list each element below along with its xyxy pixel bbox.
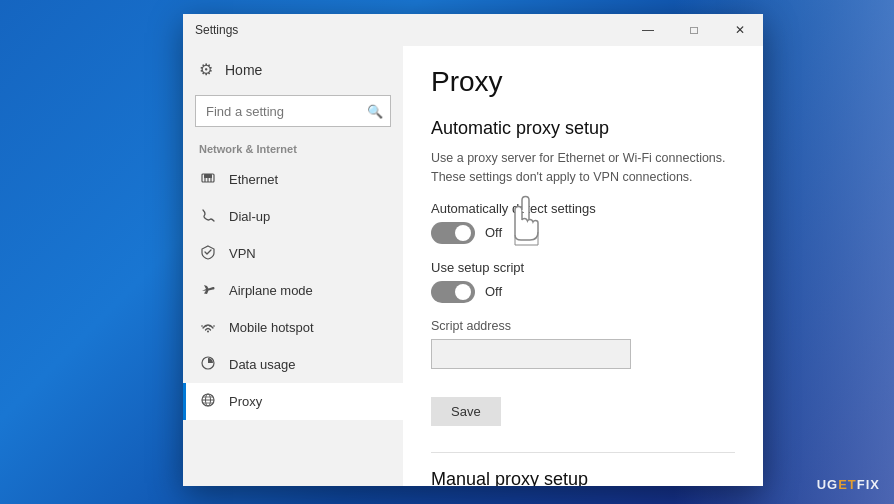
dialup-icon	[199, 207, 217, 226]
detect-settings-toggle[interactable]	[431, 222, 475, 244]
settings-window: Settings — □ ✕ ⚙ Home 🔍 Network & Intern…	[183, 14, 763, 486]
sidebar: ⚙ Home 🔍 Network & Internet	[183, 46, 403, 486]
home-icon: ⚙	[199, 60, 213, 79]
sidebar-item-proxy[interactable]: Proxy	[183, 383, 403, 420]
sidebar-item-airplane-label: Airplane mode	[229, 283, 313, 298]
detect-settings-label: Automatically detect settings	[431, 201, 735, 216]
page-title: Proxy	[431, 66, 735, 98]
script-address-row: Script address	[431, 319, 735, 381]
airplane-icon	[199, 281, 217, 300]
manual-proxy-section-title: Manual proxy setup	[431, 469, 735, 487]
search-box: 🔍	[195, 95, 391, 127]
vpn-icon	[199, 244, 217, 263]
sidebar-item-vpn[interactable]: VPN	[183, 235, 403, 272]
home-label: Home	[225, 62, 262, 78]
sidebar-item-proxy-label: Proxy	[229, 394, 262, 409]
section-divider	[431, 452, 735, 453]
hotspot-icon	[199, 318, 217, 337]
window-title: Settings	[195, 23, 238, 37]
watermark: UGETFIX	[817, 477, 880, 492]
sidebar-item-datausage-label: Data usage	[229, 357, 296, 372]
window-body: ⚙ Home 🔍 Network & Internet	[183, 46, 763, 486]
minimize-button[interactable]: —	[625, 14, 671, 46]
auto-proxy-desc: Use a proxy server for Ethernet or Wi-Fi…	[431, 149, 735, 187]
proxy-icon	[199, 392, 217, 411]
close-button[interactable]: ✕	[717, 14, 763, 46]
script-address-input[interactable]	[431, 339, 631, 369]
sidebar-item-home[interactable]: ⚙ Home	[183, 50, 403, 89]
sidebar-item-hotspot-label: Mobile hotspot	[229, 320, 314, 335]
detect-settings-row: Automatically detect settings Off	[431, 201, 735, 244]
sidebar-item-dialup[interactable]: Dial-up	[183, 198, 403, 235]
setup-script-toggle[interactable]	[431, 281, 475, 303]
ethernet-icon	[199, 170, 217, 189]
search-icon: 🔍	[367, 104, 383, 119]
svg-point-5	[207, 331, 209, 333]
sidebar-section-label: Network & Internet	[183, 139, 403, 161]
setup-script-row: Use setup script Off	[431, 260, 735, 303]
sidebar-item-ethernet-label: Ethernet	[229, 172, 278, 187]
search-input[interactable]	[195, 95, 391, 127]
sidebar-item-hotspot[interactable]: Mobile hotspot	[183, 309, 403, 346]
watermark-accent: ET	[838, 477, 857, 492]
script-address-label: Script address	[431, 319, 735, 333]
sidebar-item-airplane[interactable]: Airplane mode	[183, 272, 403, 309]
watermark-suffix: FIX	[857, 477, 880, 492]
sidebar-item-vpn-label: VPN	[229, 246, 256, 261]
title-bar: Settings — □ ✕	[183, 14, 763, 46]
maximize-button[interactable]: □	[671, 14, 717, 46]
sidebar-item-dialup-label: Dial-up	[229, 209, 270, 224]
main-content: Proxy Automatic proxy setup Use a proxy …	[403, 46, 763, 486]
title-bar-controls: — □ ✕	[625, 14, 763, 46]
script-toggle-row: Off	[431, 281, 735, 303]
datausage-icon	[199, 355, 217, 374]
watermark-prefix: UG	[817, 477, 839, 492]
detect-settings-state: Off	[485, 225, 502, 240]
detect-toggle-row: Off	[431, 222, 735, 244]
sidebar-item-datausage[interactable]: Data usage	[183, 346, 403, 383]
auto-proxy-section-title: Automatic proxy setup	[431, 118, 735, 139]
sidebar-item-ethernet[interactable]: Ethernet	[183, 161, 403, 198]
save-button[interactable]: Save	[431, 397, 501, 426]
setup-script-label: Use setup script	[431, 260, 735, 275]
setup-script-state: Off	[485, 284, 502, 299]
svg-rect-4	[204, 174, 212, 178]
